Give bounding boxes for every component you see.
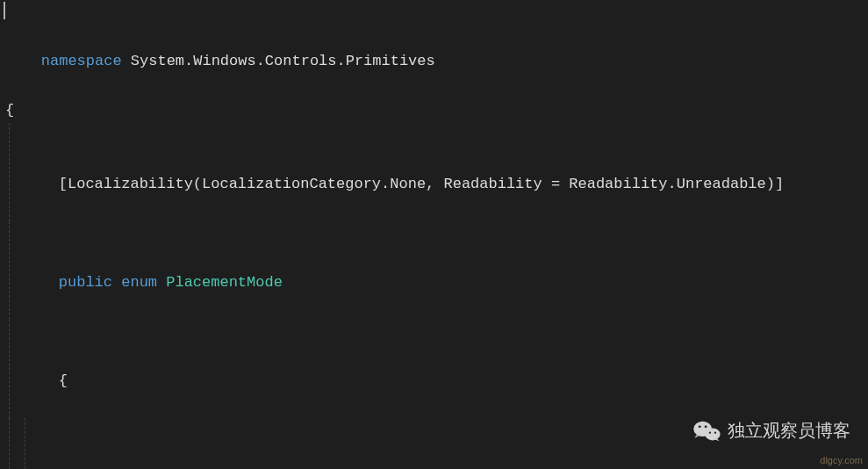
code-line[interactable]: namespace System.Windows.Controls.Primit… [0,0,868,98]
keyword-namespace: namespace [41,53,122,69]
code-line[interactable]: [Localizability(LocalizationCategory.Non… [0,123,868,221]
code-line[interactable]: { [0,320,868,418]
code-line[interactable]: public enum PlacementMode [0,221,868,320]
brace-open: { [5,102,14,119]
text-caret [4,2,5,19]
watermark-text: 独立观察员博客 [728,419,850,443]
keyword-public: public [59,274,112,291]
brace-open: { [59,372,68,389]
url-watermark: dlgcy.com [820,455,863,465]
svg-point-4 [709,431,711,433]
svg-point-3 [705,425,707,428]
svg-point-2 [699,425,701,428]
code-line[interactable]: { [0,98,868,123]
svg-point-1 [705,428,720,440]
attribute-line: [Localizability(LocalizationCategory.Non… [59,176,784,192]
watermark: 独立观察员博客 [692,419,850,443]
keyword-enum: enum [121,274,157,291]
namespace-name: System.Windows.Controls.Primitives [122,53,435,69]
type-name: PlacementMode [166,274,283,291]
wechat-icon [692,420,721,443]
svg-point-5 [714,431,716,433]
code-editor[interactable]: namespace System.Windows.Controls.Primit… [0,0,868,469]
